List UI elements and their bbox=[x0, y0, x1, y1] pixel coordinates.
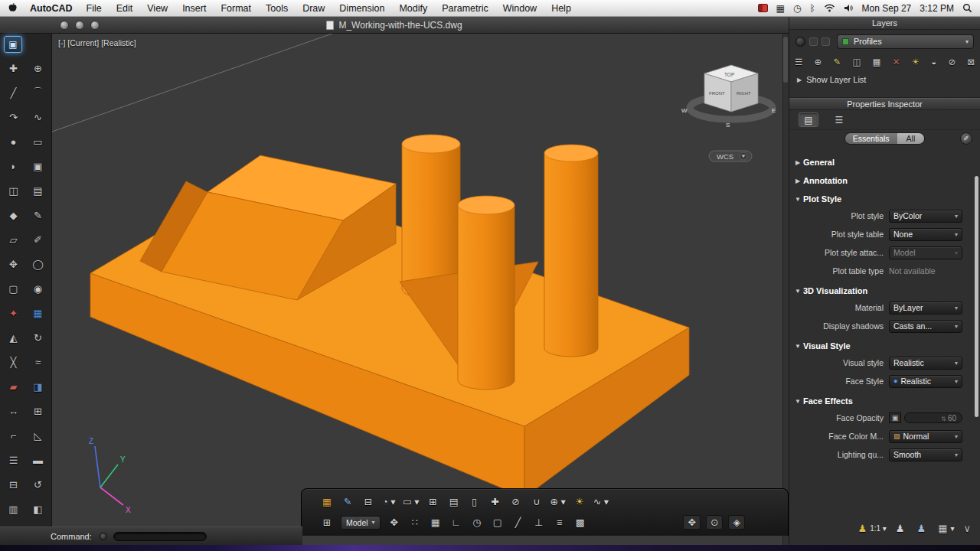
layer-tool-icon[interactable]: ☀ bbox=[912, 57, 920, 67]
scale-bar-item[interactable]: ♟ bbox=[896, 523, 908, 534]
tool-button[interactable]: ◫ bbox=[5, 182, 23, 199]
pan-tool[interactable]: ✥ bbox=[683, 515, 700, 530]
tool-button[interactable]: ✐ bbox=[29, 231, 47, 248]
property-value-control[interactable]: Realistic bbox=[889, 357, 962, 370]
section-disclosure-triangle[interactable]: ▼ bbox=[792, 196, 803, 203]
menu-item[interactable]: Format bbox=[220, 3, 251, 14]
orbit-tool[interactable]: ◈ bbox=[728, 515, 745, 530]
tool-button[interactable]: ◨ bbox=[29, 378, 47, 395]
menu-item[interactable]: Insert bbox=[182, 3, 206, 14]
property-value-control[interactable]: ● Realistic bbox=[889, 375, 962, 388]
section-disclosure-triangle[interactable]: ▼ bbox=[792, 398, 803, 405]
status-icon[interactable]: ☀ bbox=[573, 496, 586, 507]
snap-tool-icon[interactable]: ▦ bbox=[429, 517, 443, 528]
layer-tool-icon[interactable]: ☰ bbox=[795, 57, 802, 67]
drawing-viewport[interactable]: [-] [Current] [Realistic] bbox=[52, 34, 789, 545]
tool-button[interactable]: ◉ bbox=[29, 280, 47, 297]
tool-button[interactable]: ◺ bbox=[29, 427, 47, 444]
show-layer-list-toggle[interactable]: ▶ Show Layer List bbox=[789, 71, 980, 88]
viewcube[interactable]: W S E TOP FRONT RIGHT bbox=[681, 65, 776, 129]
parallels-status-icon[interactable] bbox=[758, 4, 768, 12]
tool-button[interactable]: ▬ bbox=[29, 452, 47, 468]
status-icon[interactable]: ▤ bbox=[447, 496, 461, 507]
layer-tool-icon[interactable]: ✕ bbox=[893, 57, 900, 67]
menu-item[interactable]: Tools bbox=[266, 3, 288, 14]
wifi-icon[interactable] bbox=[824, 4, 835, 12]
status-icon[interactable]: ∪ bbox=[530, 496, 544, 507]
profiles-dropdown[interactable]: Profiles bbox=[837, 34, 974, 49]
menu-item[interactable]: Window bbox=[503, 3, 537, 14]
tool-button[interactable]: ◆ bbox=[5, 207, 23, 223]
section-disclosure-triangle[interactable]: ▼ bbox=[792, 288, 803, 295]
layer-status-circle-button[interactable] bbox=[795, 37, 805, 47]
section-disclosure-triangle[interactable]: ▶ bbox=[792, 178, 803, 184]
status-icon[interactable]: ⊟ bbox=[361, 496, 375, 507]
compass-south[interactable]: S bbox=[726, 122, 730, 129]
filter-all[interactable]: All bbox=[897, 133, 925, 144]
match-properties-button[interactable]: ✐ bbox=[960, 132, 972, 145]
viewport-menu-control[interactable]: [-] bbox=[58, 38, 65, 47]
tool-button[interactable]: ⌒ bbox=[29, 84, 47, 101]
tool-button[interactable]: ▦ bbox=[29, 305, 47, 321]
status-icon[interactable]: ⊞ bbox=[426, 496, 440, 507]
layer-small-button[interactable] bbox=[809, 37, 818, 46]
menu-item[interactable]: Modify bbox=[399, 3, 427, 14]
scale-bar-item[interactable]: ♟ bbox=[917, 523, 929, 534]
tool-button[interactable]: ✎ bbox=[29, 207, 47, 223]
menu-item[interactable]: View bbox=[147, 3, 168, 14]
tool-button[interactable]: ▢ bbox=[5, 280, 23, 297]
status-icon[interactable]: ✚ bbox=[488, 496, 502, 507]
property-value-control[interactable]: Casts an... bbox=[889, 320, 962, 333]
tool-button[interactable]: ▣ bbox=[29, 158, 47, 174]
snap-tool-icon[interactable]: ∷ bbox=[408, 517, 422, 528]
tool-button[interactable]: ◧ bbox=[29, 500, 47, 517]
menu-item[interactable]: File bbox=[87, 3, 102, 14]
menu-item[interactable]: Parametric bbox=[442, 3, 488, 14]
layer-tool-icon[interactable]: ⊠ bbox=[967, 57, 975, 67]
scale-bar-item[interactable]: ♟ 1:1 ▾ bbox=[858, 523, 886, 534]
3d-model[interactable] bbox=[90, 135, 689, 497]
tool-button[interactable]: ⊟ bbox=[5, 476, 23, 493]
menu-bar-clock[interactable]: 3:12 PM bbox=[920, 3, 954, 14]
snap-tool-icon[interactable]: ∟ bbox=[449, 517, 463, 528]
compass-west[interactable]: W bbox=[681, 107, 688, 114]
app-menu[interactable]: AutoCAD bbox=[30, 3, 73, 14]
property-value-control[interactable]: Model bbox=[889, 246, 962, 259]
scale-bar-item[interactable]: ∨ bbox=[963, 523, 974, 534]
snap-tool-icon[interactable]: ⊥ bbox=[532, 517, 546, 528]
property-value-control[interactable]: Smooth bbox=[889, 448, 962, 461]
viewport-scrollbar-thumb[interactable] bbox=[783, 37, 788, 83]
tool-button[interactable]: ↻ bbox=[29, 329, 47, 346]
command-history-knob[interactable] bbox=[100, 533, 107, 540]
status-icon[interactable]: ◔ ▾ bbox=[382, 496, 396, 507]
tool-button[interactable]: ↷ bbox=[5, 109, 23, 126]
time-machine-icon[interactable]: ◷ bbox=[793, 4, 801, 13]
volume-icon[interactable] bbox=[844, 4, 854, 12]
layer-tool-icon[interactable]: ✎ bbox=[833, 57, 841, 67]
tool-button[interactable]: ☰ bbox=[5, 452, 23, 468]
snap-tool-icon[interactable]: ◷ bbox=[470, 517, 484, 528]
tool-button[interactable]: ▤ bbox=[29, 182, 47, 199]
close-button[interactable] bbox=[60, 21, 69, 30]
snap-tool-icon[interactable]: ▩ bbox=[573, 517, 587, 528]
tool-button[interactable]: ● bbox=[5, 133, 23, 150]
tool-button[interactable]: ⊕ bbox=[29, 60, 47, 77]
tab-properties[interactable]: ▤ bbox=[799, 112, 818, 127]
layer-tool-icon[interactable]: ◫ bbox=[852, 57, 861, 67]
tool-button[interactable]: ↺ bbox=[29, 476, 47, 493]
model-canvas[interactable]: Z Y X W S E TOP FRONT RIGHT WCS bbox=[52, 34, 789, 545]
active-tool-button[interactable]: ▣ bbox=[4, 36, 22, 53]
tool-button[interactable]: ↔ bbox=[5, 403, 23, 419]
tool-button[interactable]: ✥ bbox=[5, 256, 23, 272]
tool-button[interactable]: ⊞ bbox=[29, 403, 47, 419]
snap-tool-icon[interactable]: ✥ bbox=[387, 517, 401, 528]
status-icon[interactable]: ▦ bbox=[320, 496, 334, 507]
layer-tool-icon[interactable]: ⊘ bbox=[948, 57, 956, 67]
layer-tool-icon[interactable]: ▦ bbox=[873, 57, 881, 67]
status-icon[interactable]: ✎ bbox=[341, 496, 354, 507]
menu-bar-date[interactable]: Mon Sep 27 bbox=[862, 3, 912, 14]
spaces-grid-icon[interactable]: ▦ bbox=[776, 4, 785, 13]
snap-tool-icon[interactable]: ╱ bbox=[511, 517, 525, 528]
tool-button[interactable]: ∿ bbox=[29, 109, 47, 126]
scale-bar-item[interactable]: ▦ ▾ bbox=[938, 523, 954, 534]
